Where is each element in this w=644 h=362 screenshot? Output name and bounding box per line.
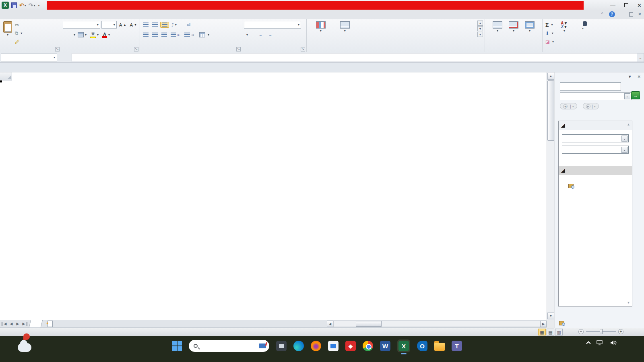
conditional-formatting-button[interactable]: ▾ bbox=[308, 21, 333, 37]
currency-button[interactable]: ▾ bbox=[244, 33, 249, 37]
normal-view-button[interactable]: ▦ bbox=[538, 329, 546, 335]
last-sheet-icon[interactable]: ▶ bbox=[21, 322, 27, 326]
workbook-close-icon[interactable]: ✕ bbox=[638, 12, 642, 17]
weather-widget[interactable] bbox=[18, 339, 36, 352]
device-icon[interactable] bbox=[597, 340, 604, 346]
results-scroll-down-icon[interactable]: ▼ bbox=[626, 301, 631, 304]
back-button[interactable]: ◀|▾ bbox=[560, 103, 577, 109]
scroll-down-icon[interactable]: ▼ bbox=[547, 313, 554, 319]
sort-filter-button[interactable]: A▼Z▼ ▾ bbox=[555, 21, 574, 46]
format-cells-button[interactable]: ▾ bbox=[523, 21, 536, 34]
alignment-dialog-launcher[interactable]: ↘ bbox=[236, 47, 241, 51]
pane-close-icon[interactable]: ✕ bbox=[638, 74, 641, 79]
grow-font-button[interactable]: A▲ bbox=[118, 22, 128, 28]
zoom-in-icon[interactable]: + bbox=[618, 329, 623, 334]
word-icon[interactable]: W bbox=[380, 341, 390, 351]
paste-button[interactable]: ▾ bbox=[2, 21, 14, 46]
zoom-out-icon[interactable]: − bbox=[578, 329, 584, 334]
fill-color-button[interactable]: ⛊▾ bbox=[89, 31, 100, 39]
save-button[interactable] bbox=[11, 2, 17, 8]
red-diamond-app-icon[interactable]: ◆ bbox=[345, 341, 356, 351]
delete-cells-button[interactable]: ▾ bbox=[507, 21, 520, 34]
align-center-button[interactable] bbox=[151, 32, 159, 37]
restore-button[interactable] bbox=[624, 3, 628, 7]
scroll-left-icon[interactable]: ◀ bbox=[327, 321, 333, 327]
minimize-button[interactable]: — bbox=[610, 2, 615, 8]
find-select-button[interactable]: ▾ bbox=[574, 21, 592, 46]
font-name-combo[interactable]: ▾ bbox=[63, 21, 100, 29]
underline-button[interactable] bbox=[70, 35, 72, 35]
selected-cell-outline[interactable] bbox=[0, 80, 2, 82]
zoom-slider[interactable] bbox=[586, 331, 616, 332]
page-layout-view-button[interactable]: ▤ bbox=[547, 329, 554, 335]
font-size-combo[interactable]: ▾ bbox=[101, 21, 117, 29]
start-search-button[interactable]: → bbox=[631, 91, 640, 99]
task-view-icon[interactable] bbox=[276, 341, 287, 351]
format-as-table-button[interactable]: ▾ bbox=[335, 21, 355, 37]
close-button[interactable]: ✕ bbox=[637, 2, 642, 8]
help-icon[interactable]: ? bbox=[609, 11, 615, 17]
customize-qat-button[interactable]: ▾ bbox=[38, 4, 40, 7]
reference-books-dropdown[interactable]: ⌄ bbox=[560, 92, 632, 100]
gallery-down-icon[interactable]: ▼ bbox=[477, 26, 483, 31]
cant-find-section-header[interactable]: ◢ bbox=[559, 166, 632, 175]
align-left-button[interactable] bbox=[142, 32, 150, 37]
autosum-button[interactable]: Σ▾ bbox=[544, 21, 555, 29]
firefox-icon[interactable] bbox=[311, 341, 321, 351]
translation-options-link[interactable] bbox=[559, 154, 632, 157]
workbook-restore-icon[interactable] bbox=[629, 12, 633, 16]
clipboard-dialog-launcher[interactable]: ↘ bbox=[55, 47, 60, 51]
insert-cells-button[interactable]: ▾ bbox=[491, 21, 504, 34]
horizontal-scroll-track[interactable] bbox=[333, 321, 540, 327]
cut-button[interactable]: ✂ bbox=[14, 21, 23, 29]
comma-button[interactable] bbox=[254, 35, 256, 35]
excel-taskbar-active[interactable]: X bbox=[397, 339, 410, 352]
results-scroll-up-icon[interactable]: ▲ bbox=[626, 123, 631, 126]
page-break-view-button[interactable]: ▥ bbox=[555, 329, 563, 335]
pane-menu-icon[interactable]: ▼ bbox=[628, 74, 632, 79]
undo-button[interactable]: ↶▾ bbox=[19, 2, 26, 8]
outlook-icon[interactable]: O bbox=[417, 341, 427, 351]
bold-button[interactable] bbox=[63, 35, 65, 35]
horizontal-scrollbar[interactable]: ◀ ▶ bbox=[327, 320, 547, 327]
name-box[interactable]: ▾ bbox=[1, 53, 57, 62]
italic-button[interactable] bbox=[66, 35, 69, 35]
from-language-dropdown[interactable]: ⌄ bbox=[562, 134, 629, 142]
align-right-button[interactable] bbox=[160, 32, 168, 37]
scroll-right-icon[interactable]: ▶ bbox=[540, 321, 547, 327]
wrap-text-button[interactable]: ⏎ bbox=[186, 22, 193, 28]
increase-decimal-button[interactable]: ← bbox=[258, 33, 265, 37]
start-button[interactable] bbox=[172, 341, 182, 351]
chrome-icon[interactable] bbox=[363, 341, 373, 351]
taskbar-search[interactable] bbox=[189, 340, 269, 352]
formula-input[interactable] bbox=[72, 53, 637, 62]
clear-button[interactable]: ◪▾ bbox=[544, 37, 555, 46]
gallery-up-icon[interactable]: ▲ bbox=[477, 21, 483, 26]
redo-button[interactable]: ↷▾ bbox=[29, 2, 35, 8]
research-options-link[interactable] bbox=[559, 321, 566, 325]
number-format-combo[interactable]: ▾ bbox=[244, 21, 301, 29]
research-search-input[interactable] bbox=[560, 82, 621, 90]
insert-worksheet-icon[interactable] bbox=[46, 321, 55, 327]
percent-button[interactable] bbox=[250, 35, 253, 35]
vertical-scroll-thumb[interactable] bbox=[547, 80, 554, 141]
decrease-indent-button[interactable]: ⇤ bbox=[169, 32, 182, 37]
font-color-button[interactable]: A▾ bbox=[101, 32, 111, 38]
format-painter-button[interactable]: 🖉 bbox=[14, 37, 23, 46]
scroll-up-icon[interactable]: ▲ bbox=[547, 73, 554, 80]
teams-icon[interactable]: T bbox=[452, 341, 462, 351]
select-all-corner[interactable] bbox=[0, 72, 12, 80]
align-bottom-button[interactable] bbox=[160, 22, 169, 28]
all-reference-books-link[interactable] bbox=[559, 182, 632, 189]
previous-sheet-icon[interactable]: ◀ bbox=[8, 322, 14, 326]
orientation-button[interactable]: ⤴▾ bbox=[170, 22, 178, 28]
font-dialog-launcher[interactable]: ↘ bbox=[134, 47, 138, 51]
minimize-ribbon-icon[interactable]: ⌃ bbox=[601, 12, 604, 17]
shrink-font-button[interactable]: A▼ bbox=[128, 22, 138, 28]
zoom-slider-thumb[interactable] bbox=[600, 329, 603, 334]
borders-button[interactable]: ▾ bbox=[76, 32, 88, 38]
edge-icon[interactable] bbox=[293, 341, 304, 351]
forward-button[interactable]: ▶|▾ bbox=[583, 103, 599, 109]
file-explorer-icon[interactable] bbox=[434, 343, 445, 351]
copy-button[interactable]: ⧉▾ bbox=[14, 29, 23, 37]
